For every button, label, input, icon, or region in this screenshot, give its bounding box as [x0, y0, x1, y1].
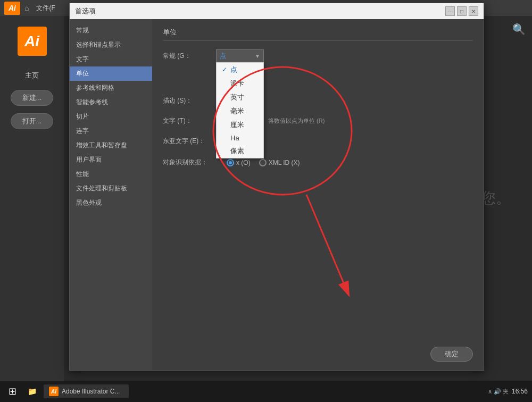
radio-circle-x	[227, 159, 234, 166]
label-object-id: 对象识别依据：	[163, 158, 227, 167]
dialog-nav: 常规选择和锚点显示文字单位参考线和网格智能参考线切片连字增效工具和暂存盘用户界面…	[70, 19, 152, 370]
radio-label-xmlid: XML ID (X)	[269, 159, 300, 166]
form-row-east-asia: 东亚文字 (E)： 点 ▼	[163, 135, 473, 147]
open-button[interactable]: 打开...	[11, 113, 53, 129]
item-label: 派卡	[230, 79, 244, 88]
minimize-button[interactable]: —	[445, 6, 455, 16]
dialog-title: 首选项	[75, 6, 96, 16]
label-general: 常规 (G：	[163, 52, 216, 61]
label-stroke: 描边 (S)：	[163, 96, 216, 105]
nav-item-连字[interactable]: 连字	[70, 124, 152, 138]
dropdown-selected-value: 点	[220, 52, 226, 61]
dropdown-item-ha[interactable]: Ha	[217, 132, 263, 144]
text-unit-note: 将数值以点为单位 (R)	[268, 117, 325, 125]
search-area[interactable]: 🔍	[505, 16, 532, 43]
general-unit-dropdown[interactable]: 点 ▼ ✓ 点 派卡 英寸	[216, 49, 264, 62]
sidebar-logo: Ai	[18, 27, 47, 56]
radio-group-object-id: x (O) XML ID (X)	[227, 159, 300, 166]
dialog-titlebar: 首选项 — □ ✕	[70, 3, 484, 19]
sidebar-home-label: 主页	[25, 71, 39, 80]
taskbar-app-label: Adobe Illustrator C...	[62, 388, 120, 395]
item-label: Ha	[230, 134, 239, 142]
form-row-object-id: 对象识别依据： x (O) XML ID (X)	[163, 158, 473, 167]
nav-item-智能参考线[interactable]: 智能参考线	[70, 95, 152, 110]
dialog-body: 常规选择和锚点显示文字单位参考线和网格智能参考线切片连字增效工具和暂存盘用户界面…	[70, 19, 484, 370]
item-label: 英寸	[230, 93, 244, 102]
dropdown-arrow-icon: ▼	[255, 53, 260, 59]
nav-item-用户界面[interactable]: 用户界面	[70, 153, 152, 167]
item-label: 点	[230, 65, 237, 74]
nav-item-增效工具和暂存盘[interactable]: 增效工具和暂存盘	[70, 138, 152, 153]
nav-item-性能[interactable]: 性能	[70, 167, 152, 181]
maximize-button[interactable]: □	[457, 6, 467, 16]
dropdown-item-inch[interactable]: 英寸	[217, 90, 263, 104]
svg-line-1	[306, 195, 349, 296]
nav-item-文件处理和剪贴板[interactable]: 文件处理和剪贴板	[70, 181, 152, 196]
radio-item-x[interactable]: x (O)	[227, 159, 251, 166]
close-button[interactable]: ✕	[469, 6, 478, 16]
dropdown-item-cm[interactable]: 厘米	[217, 118, 263, 132]
form-row-text: 文字 (T)： 点 ▼ 将数值以点为单位 (R)	[163, 114, 473, 127]
dropdown-item-pica[interactable]: 派卡	[217, 77, 263, 90]
taskbar-system-icons: ∧ 🔊 夹	[488, 388, 509, 396]
label-text: 文字 (T)：	[163, 116, 216, 125]
welcome-text: 您。	[481, 188, 511, 208]
dropdown-menu: ✓ 点 派卡 英寸 毫米 厘米	[216, 62, 264, 158]
nav-item-切片[interactable]: 切片	[70, 110, 152, 124]
dropdown-trigger-general[interactable]: 点 ▼	[216, 49, 264, 62]
app-logo-small: Ai	[4, 2, 20, 15]
taskbar-app-illustrator[interactable]: Ai Adobe Illustrator C...	[44, 384, 129, 398]
taskbar-app-logo: Ai	[49, 387, 59, 396]
check-icon: ✓	[222, 66, 227, 73]
nav-item-文字[interactable]: 文字	[70, 52, 152, 66]
start-button[interactable]: ⊞	[4, 383, 20, 399]
taskbar: ⊞ 📁 Ai Adobe Illustrator C... ∧ 🔊 夹 16:5…	[0, 381, 532, 402]
radio-label-x: x (O)	[236, 159, 251, 166]
dropdown-item-dot[interactable]: ✓ 点	[217, 63, 263, 77]
dialog-controls: — □ ✕	[445, 6, 478, 16]
item-label: 毫米	[230, 106, 244, 116]
dialog-content: 单位 常规 (G： 点 ▼ ✓ 点 派卡	[152, 19, 484, 370]
dialog-footer: 确定	[430, 347, 473, 362]
radio-circle-xmlid	[259, 159, 267, 166]
label-east-asia: 东亚文字 (E)：	[163, 137, 216, 146]
ok-button[interactable]: 确定	[430, 347, 473, 362]
nav-item-黑色外观[interactable]: 黑色外观	[70, 196, 152, 210]
preferences-dialog: 首选项 — □ ✕ 常规选择和锚点显示文字单位参考线和网格智能参考线切片连字增效…	[69, 3, 484, 371]
menu-file[interactable]: 文件(F	[33, 3, 58, 14]
taskbar-right: ∧ 🔊 夹 16:56	[488, 388, 528, 396]
form-row-stroke: 描边 (S)： 点 ▼	[163, 94, 473, 107]
home-icon: ⌂	[24, 4, 29, 12]
item-label: 像素	[230, 146, 244, 156]
dropdown-item-pixel[interactable]: 像素	[217, 144, 263, 158]
taskbar-icon-explorer[interactable]: 📁	[24, 384, 39, 399]
annotation-svg	[152, 19, 484, 370]
nav-item-常规[interactable]: 常规	[70, 23, 152, 38]
nav-item-参考线和网格[interactable]: 参考线和网格	[70, 81, 152, 95]
nav-item-单位[interactable]: 单位	[70, 66, 152, 81]
radio-item-xmlid[interactable]: XML ID (X)	[259, 159, 300, 166]
item-label: 厘米	[230, 120, 244, 130]
dropdown-item-mm[interactable]: 毫米	[217, 104, 263, 118]
form-row-general: 常规 (G： 点 ▼ ✓ 点 派卡	[163, 49, 473, 62]
section-title-units: 单位	[163, 28, 473, 41]
new-button[interactable]: 新建...	[11, 90, 53, 106]
app-sidebar: Ai 主页 新建... 打开...	[0, 16, 64, 381]
taskbar-time: 16:56	[512, 388, 528, 395]
nav-item-选择和锚点显示[interactable]: 选择和锚点显示	[70, 38, 152, 52]
